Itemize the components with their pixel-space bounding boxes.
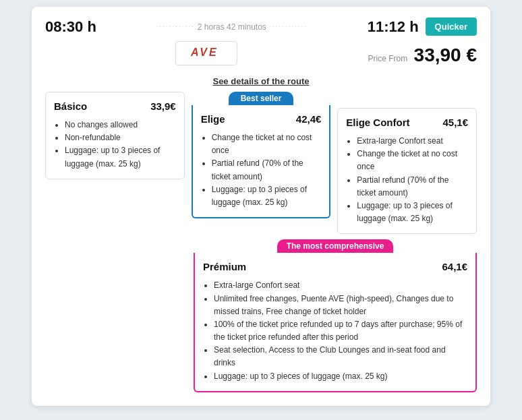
premium-feature-1: Extra-large Confort seat [214,279,467,292]
basico-header: Básico 33,9€ [54,100,176,112]
basico-card[interactable]: Básico 33,9€ No changes allowed Non-refu… [45,92,185,179]
elige-confort-feature-1: Extra-large Confort seat [357,135,468,148]
main-card: 08:30 h ············ 2 horas 42 minutos … [32,7,490,406]
elige-confort-header: Elige Confort 45,1€ [346,117,468,128]
premium-features: Extra-large Confort seat Unlimited free … [203,279,467,383]
elige-confort-card[interactable]: Elige Confort 45,1€ Extra-large Confort … [337,108,477,234]
premium-feature-2: Unlimited free changes, Puente AVE (high… [214,293,467,318]
elige-price: 42,4€ [296,113,322,125]
ave-logo-box: AVE [175,41,237,65]
elige-confort-feature-3: Partial refund (70% of the ticket amount… [357,174,468,200]
basico-feature-3: Luggage: up to 3 pieces of luggage (max.… [65,144,176,170]
price-from-row: Price From 33,90 € [368,44,477,66]
spacer-left [45,234,187,392]
plan-basico: Básico 33,9€ No changes allowed Non-refu… [45,92,185,179]
premium-header: Prémium 64,1€ [203,261,467,272]
elige-confort-features: Extra-large Confort seat Change the tick… [346,135,468,225]
train-duration: ············ 2 horas 42 minutos ········… [103,22,361,32]
elige-name: Elige [201,113,225,125]
elige-confort-feature-2: Change the ticket at no cost once [357,148,468,173]
elige-confort-feature-4: Luggage: up to 3 pieces of luggage (max.… [357,200,468,225]
most-comprehensive-badge: The most comprehensive [194,239,477,253]
premium-feature-4: Seat selection, Access to the Club Loung… [214,344,467,369]
basico-features: No changes allowed Non-refundable Luggag… [54,119,176,171]
see-details-link[interactable]: See details of the route [45,76,477,86]
premium-feature-5: Luggage: up to 3 pieces of luggage (max.… [214,370,467,383]
svg-text:AVE: AVE [190,47,219,58]
plan-elige-confort: Elige Confort 45,1€ Extra-large Confort … [337,92,477,234]
basico-feature-1: No changes allowed [65,119,176,131]
plan-premium-col: The most comprehensive Prémium 64,1€ Ext… [194,234,477,392]
elige-feature-3: Luggage: up to 3 pieces of luggage (max.… [212,183,322,209]
best-seller-label: Best seller [229,92,294,105]
departure-time: 08:30 h [45,18,96,36]
price-from-label: Price From [368,54,408,63]
premium-feature-3: 100% of the ticket price refunded up to … [214,318,467,344]
basico-price: 33,9€ [150,100,176,112]
train-logo-row: AVE [45,41,368,65]
premium-price: 64,1€ [442,261,467,272]
main-price: 33,90 € [414,44,477,65]
elige-card[interactable]: Elige 42,4€ Change the ticket at no cost… [192,105,331,218]
basico-feature-2: Non-refundable [65,131,176,144]
elige-feature-1: Change the ticket at no cost once [212,131,322,157]
elige-features: Change the ticket at no cost once Partia… [201,131,322,209]
duration-dots-right: ············ [269,23,308,30]
plan-elige-col: Best seller Elige 42,4€ Change the ticke… [192,92,331,218]
most-comprehensive-label: The most comprehensive [277,239,394,253]
elige-header: Elige 42,4€ [201,113,322,125]
best-seller-badge: Best seller [192,92,331,105]
duration-dots-left: ············ [156,23,194,30]
arrival-time: 11:12 h [368,18,419,36]
quicker-button[interactable]: Quicker [426,18,477,36]
elige-feature-2: Partial refund (70% of the ticket amount… [212,157,322,183]
duration-text: 2 horas 42 minutos [198,22,266,32]
elige-confort-price: 45,1€ [442,117,468,128]
train-header: 08:30 h ············ 2 horas 42 minutos … [45,18,477,36]
premium-name: Prémium [203,261,246,272]
basico-name: Básico [54,100,87,112]
ave-svg: AVE [190,44,223,59]
premium-card[interactable]: Prémium 64,1€ Extra-large Confort seat U… [194,253,477,392]
elige-confort-name: Elige Confort [346,117,409,128]
ave-logo: AVE [190,44,223,62]
